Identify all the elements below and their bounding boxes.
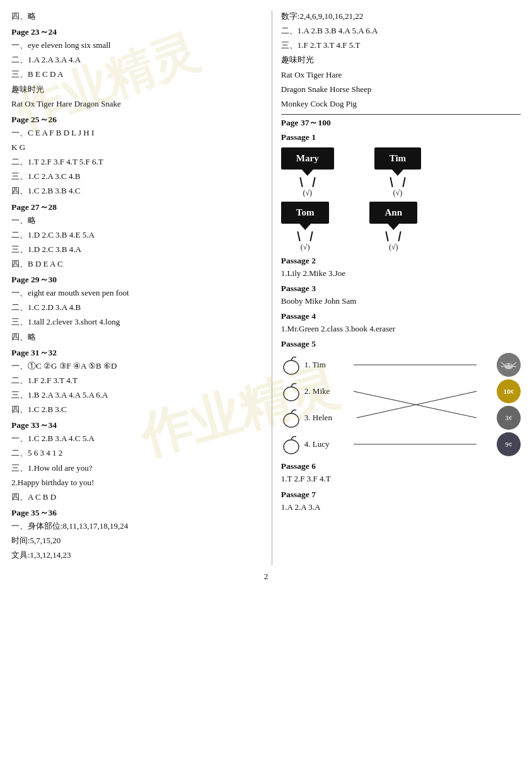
crab-icon <box>500 356 518 374</box>
p5-fruit-row4: 4. Lucy <box>281 431 332 457</box>
passage5-section: Passage 5 1. Tim <box>281 339 521 457</box>
page2728-line1: 一、略 <box>11 214 264 227</box>
p5-coins: 10¢ 3¢ 9¢ <box>497 352 521 457</box>
right-top-fun1: Rat Ox Tiger Hare <box>281 69 521 81</box>
page2324-line3: 三、B E C D A <box>11 68 264 81</box>
fruit-icon-1 <box>281 355 301 375</box>
page3132-line4: 四、1.C 2.B 3.C <box>11 403 264 416</box>
col-left: 四、略 Page 23～24 一、eye eleven long six sma… <box>11 10 272 565</box>
coin-3: 3¢ <box>497 406 521 430</box>
page2930-title: Page 29～30 <box>11 274 264 285</box>
fruit-icon-2 <box>281 381 301 401</box>
section-page37100: Page 37～100 <box>281 117 521 129</box>
svg-point-0 <box>284 360 299 374</box>
page2930-line2: 二、1.C 2.D 3.A 4.B <box>11 301 264 314</box>
section-page3334: Page 33～34 一、1.C 2.B 3.A 4.C 5.A 二、5 6 3… <box>11 420 264 503</box>
page3132-title: Page 31～32 <box>11 347 264 359</box>
p5-label3: 3. Helen <box>304 413 332 423</box>
svg-point-3 <box>284 440 299 454</box>
section-page2728: Page 27～28 一、略 二、1.D 2.C 3.B 4.E 5.A 三、1… <box>11 202 264 271</box>
page3334-line5: 四、A C B D <box>11 491 264 503</box>
check-tom: (√) <box>301 243 310 252</box>
passage4-content: 1.Mr.Green 2.class 3.book 4.eraser <box>281 323 521 335</box>
passage1-section: Passage 1 Mary (√) Tim <box>281 132 521 252</box>
page3334-line3: 三、1.How old are you? <box>11 462 264 475</box>
page2728-line4: 四、B D E A C <box>11 258 264 270</box>
passage2-section: Passage 2 1.Lily 2.Mike 3.Joe <box>281 256 521 280</box>
page3536-title: Page 35～36 <box>11 507 264 519</box>
namecard-mary-wrap: Mary (√) <box>281 147 334 198</box>
fruit-icon-4 <box>281 434 301 454</box>
passage5-matching: 1. Tim 2. Mike <box>281 352 521 457</box>
right-top-line3: 三、1.F 2.T 3.T 4.F 5.T <box>281 39 521 52</box>
svg-line-6 <box>501 366 504 367</box>
page2728-title: Page 27～28 <box>11 202 264 213</box>
passage7-section: Passage 7 1.A 2.A 3.A <box>281 490 521 514</box>
svg-line-5 <box>501 362 504 365</box>
passage7-content: 1.A 2.A 3.A <box>281 501 521 514</box>
four-lue-label: 四、略 <box>11 10 264 23</box>
svg-line-13 <box>357 391 477 418</box>
fruit-icon-3 <box>281 408 301 428</box>
page3334-title: Page 33～34 <box>11 420 264 431</box>
page2930-line4: 四、略 <box>11 331 264 343</box>
passage1-label: Passage 1 <box>281 132 521 142</box>
p5-fruit-row3: 3. Helen <box>281 405 332 431</box>
page2526-line3: 二、1.T 2.F 3.F 4.T 5.F 6.T <box>11 156 264 168</box>
p5-coin-row1 <box>497 352 521 378</box>
namecard-ann-wrap: Ann (√) <box>369 202 417 252</box>
right-top-line2: 二、1.A 2.B 3.B 4.A 5.A 6.A <box>281 25 521 37</box>
svg-point-10 <box>509 363 512 365</box>
svg-point-9 <box>506 363 508 365</box>
page2324-line1: 一、eye eleven long six small <box>11 39 264 52</box>
right-top-fun2: Dragon Snake Horse Sheep <box>281 83 521 96</box>
coin-2: 10¢ <box>497 379 521 403</box>
page3132-line1: 一、①C ②G ③F ④A ⑤B ⑥D <box>11 360 264 372</box>
page2526-line4: 三、1.C 2.A 3.C 4.B <box>11 170 264 183</box>
namecard-tom-wrap: Tom (√) <box>281 202 330 252</box>
passage3-label: Passage 3 <box>281 284 521 294</box>
passage3-content: Booby Mike John Sam <box>281 295 521 308</box>
p5-label1: 1. Tim <box>304 360 326 370</box>
page3536-line3: 文具:1,3,12,14,23 <box>11 549 264 561</box>
section-page3536: Page 35～36 一、身体部位:8,11,13,17,18,19,24 时间… <box>11 507 264 561</box>
p5-label2: 2. Mike <box>304 386 330 396</box>
section-page3132: Page 31～32 一、①C ②G ③F ④A ⑤B ⑥D 二、1.F 2.F… <box>11 347 264 417</box>
passage4-section: Passage 4 1.Mr.Green 2.class 3.book 4.er… <box>281 311 521 335</box>
page37100-title: Page 37～100 <box>281 117 521 129</box>
passage7-label: Passage 7 <box>281 490 521 500</box>
right-top-line1: 数字:2,4,6,9,10,16,21,22 <box>281 10 521 23</box>
p5-coin-row2: 10¢ <box>497 378 521 405</box>
section-page2930: Page 29～30 一、eight ear mouth seven pen f… <box>11 274 264 343</box>
section-page2324: Page 23～24 一、eye eleven long six small 二… <box>11 26 264 110</box>
passage3-section: Passage 3 Booby Mike John Sam <box>281 284 521 308</box>
p5-coin-row3: 3¢ <box>497 405 521 431</box>
page2930-line3: 三、1.tall 2.clever 3.short 4.long <box>11 316 264 328</box>
svg-point-1 <box>284 387 299 401</box>
p5-coin-row4: 9¢ <box>497 431 521 457</box>
page-number: 2 <box>11 572 521 582</box>
page3334-line1: 一、1.C 2.B 3.A 4.C 5.A <box>11 432 264 445</box>
page2526-line2: K G <box>11 141 264 154</box>
passage4-label: Passage 4 <box>281 311 521 321</box>
page2526-title: Page 25～26 <box>11 114 264 125</box>
section-page2526: Page 25～26 一、C E A F B D L J H I K G 二、1… <box>11 114 264 198</box>
p5-fruits: 1. Tim 2. Mike <box>281 352 332 457</box>
svg-line-8 <box>513 366 516 367</box>
passage6-label: Passage 6 <box>281 461 521 471</box>
coin-1 <box>497 353 521 377</box>
namecard-mary: Mary <box>281 147 334 170</box>
page3132-line2: 二、1.F 2.F 3.T 4.T <box>11 374 264 387</box>
page3536-line2: 时间:5,7,15,20 <box>11 534 264 547</box>
p5-label4: 4. Lucy <box>304 439 330 449</box>
right-top: 数字:2,4,6,9,10,16,21,22 二、1.A 2.B 3.B 4.A… <box>281 10 521 110</box>
passage2-label: Passage 2 <box>281 256 521 266</box>
page2526-line5: 四、1.C 2.B 3.B 4.C <box>11 185 264 197</box>
right-top-fun: 趣味时光 <box>281 54 521 66</box>
p5-fruit-row2: 2. Mike <box>281 378 332 405</box>
namecard-tom: Tom <box>281 202 330 224</box>
page2324-fun: 趣味时光 <box>11 83 264 96</box>
svg-point-2 <box>284 413 299 427</box>
page2728-line3: 三、1.D 2.C 3.B 4.A <box>11 243 264 256</box>
page3334-line2: 二、5 6 3 4 1 2 <box>11 447 264 459</box>
